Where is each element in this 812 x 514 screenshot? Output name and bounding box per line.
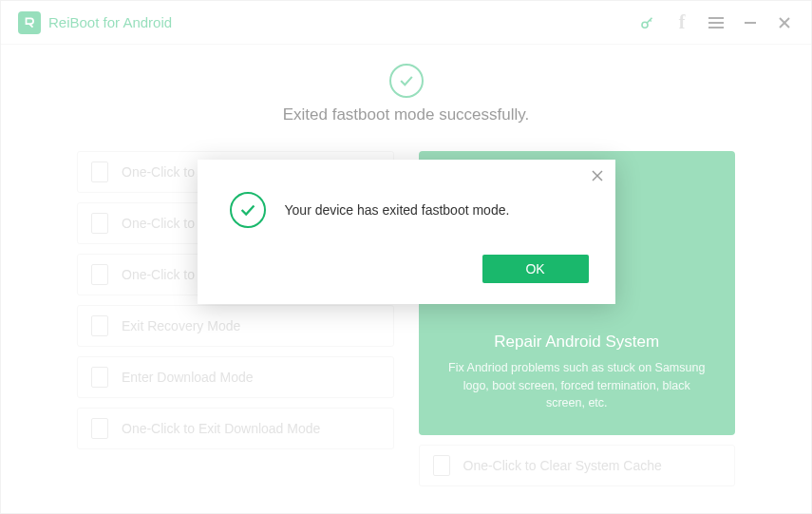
check-icon <box>230 192 266 228</box>
dialog-actions: OK <box>224 255 589 283</box>
dialog-body: Your device has exited fastboot mode. <box>224 192 589 228</box>
dialog-message: Your device has exited fastboot mode. <box>285 202 510 218</box>
modal-overlay: Your device has exited fastboot mode. OK <box>0 0 812 514</box>
dialog-close-button[interactable] <box>591 169 604 186</box>
ok-button[interactable]: OK <box>482 255 589 283</box>
success-dialog: Your device has exited fastboot mode. OK <box>198 160 615 304</box>
